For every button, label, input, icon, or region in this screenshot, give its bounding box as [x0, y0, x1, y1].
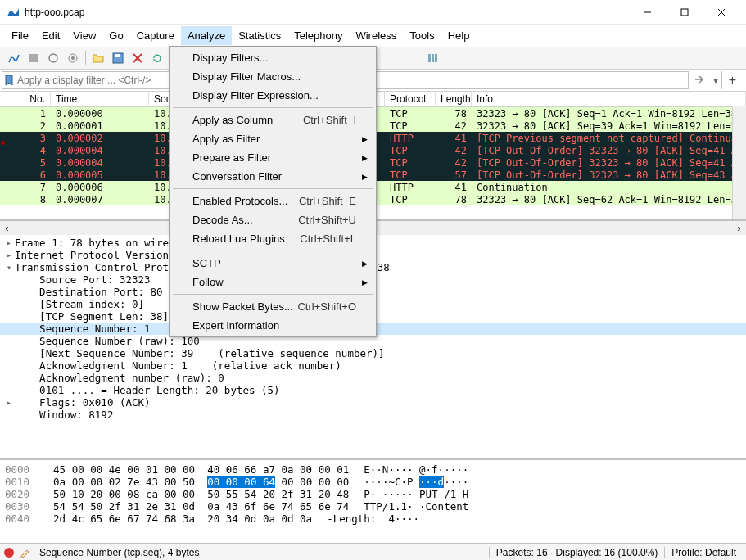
status-field: Sequence Number (tcp.seq), 4 bytes: [31, 547, 489, 558]
menu-item-prepare-as-filter[interactable]: Prepare as Filter▶: [171, 148, 374, 167]
filter-dropdown-button[interactable]: ▾: [710, 73, 721, 88]
menu-telephony[interactable]: Telephony: [287, 26, 349, 45]
menu-item-display-filter-macros[interactable]: Display Filter Macros...: [171, 67, 374, 86]
detail-row[interactable]: Acknowledgment Number: 1 (relative ack n…: [0, 359, 746, 372]
menu-analyze[interactable]: Analyze: [181, 26, 232, 45]
minimize-button[interactable]: [629, 1, 666, 24]
maximize-button[interactable]: [666, 1, 703, 24]
menu-item-conversation-filter[interactable]: Conversation Filter▶: [171, 167, 374, 186]
svg-rect-1: [681, 9, 688, 16]
menu-edit[interactable]: Edit: [35, 26, 66, 45]
detail-row[interactable]: Acknowledgment number (raw): 0: [0, 372, 746, 384]
expert-info-icon[interactable]: [3, 547, 15, 558]
svg-point-17: [4, 548, 14, 558]
menu-item-apply-as-filter[interactable]: Apply as Filter▶: [171, 129, 374, 148]
menu-item-sctp[interactable]: SCTP▶: [171, 254, 374, 273]
hex-row[interactable]: 0030 54 54 50 2f 31 2e 31 0d 0a 43 6f 6e…: [5, 500, 741, 513]
close-file-button[interactable]: [129, 49, 147, 67]
hex-row[interactable]: 0020 50 10 20 00 08 ca 00 00 50 55 54 20…: [5, 488, 741, 500]
col-header-info[interactable]: Info: [472, 92, 746, 106]
col-header-no[interactable]: No.: [0, 92, 51, 106]
capture-options-button[interactable]: [64, 49, 82, 67]
menu-item-display-filters[interactable]: Display Filters...: [171, 48, 374, 67]
reload-button[interactable]: [148, 49, 166, 67]
detail-row[interactable]: ▸ Flags: 0x010 (ACK): [0, 396, 746, 409]
svg-rect-15: [432, 54, 434, 62]
svg-point-5: [49, 54, 57, 62]
filter-apply-button[interactable]: [689, 72, 710, 89]
svg-rect-4: [29, 54, 38, 62]
start-capture-button[interactable]: [5, 49, 23, 67]
menu-view[interactable]: View: [66, 26, 102, 45]
svg-rect-9: [115, 54, 120, 57]
menu-item-enabled-protocols[interactable]: Enabled Protocols...Ctrl+Shift+E: [171, 192, 374, 210]
hex-row[interactable]: 0000 45 00 00 4e 00 01 00 00 40 06 66 a7…: [5, 463, 741, 476]
menu-go[interactable]: Go: [102, 26, 129, 45]
menu-help[interactable]: Help: [441, 26, 477, 45]
menu-item-follow[interactable]: Follow▶: [171, 273, 374, 291]
menu-wireless[interactable]: Wireless: [349, 26, 403, 45]
svg-rect-16: [435, 54, 437, 62]
scroll-left-button[interactable]: ‹: [0, 221, 14, 235]
menu-item-reload-lua-plugins[interactable]: Reload Lua PluginsCtrl+Shift+L: [171, 229, 374, 248]
menubar: File Edit View Go Capture Analyze Statis…: [0, 25, 746, 47]
analyze-menu-dropdown: Display Filters...Display Filter Macros.…: [169, 46, 377, 337]
menu-item-apply-as-column[interactable]: Apply as ColumnCtrl+Shift+I: [171, 111, 374, 129]
filter-add-button[interactable]: +: [721, 71, 743, 89]
window-title: http-ooo.pcap: [25, 7, 629, 18]
statusbar: Sequence Number (tcp.seq), 4 bytes Packe…: [0, 543, 746, 560]
status-packets: Packets: 16 · Displayed: 16 (100.0%): [489, 547, 664, 558]
menu-capture[interactable]: Capture: [130, 26, 181, 45]
menu-statistics[interactable]: Statistics: [232, 26, 287, 45]
detail-row[interactable]: [Next Sequence Number: 39 (relative sequ…: [0, 347, 746, 359]
scroll-right-button[interactable]: ›: [732, 221, 746, 235]
stop-capture-button[interactable]: [25, 49, 43, 67]
menu-item-expert-information[interactable]: Expert Information: [171, 316, 374, 335]
svg-point-7: [71, 56, 75, 60]
bookmark-icon[interactable]: [3, 75, 15, 86]
status-profile[interactable]: Profile: Default: [664, 547, 743, 558]
open-file-button[interactable]: [89, 49, 107, 67]
detail-row[interactable]: 0101 .... = Header Length: 20 bytes (5): [0, 384, 746, 396]
col-header-protocol[interactable]: Protocol: [385, 92, 436, 106]
menu-tools[interactable]: Tools: [403, 26, 441, 45]
titlebar: http-ooo.pcap: [0, 0, 746, 25]
detail-row[interactable]: Window: 8192: [0, 409, 746, 421]
hex-row[interactable]: 0040 2d 4c 65 6e 67 74 68 3a 20 34 0d 0a…: [5, 513, 741, 525]
save-file-button[interactable]: [109, 49, 127, 67]
menu-file[interactable]: File: [5, 26, 35, 45]
col-header-time[interactable]: Time: [51, 92, 149, 106]
restart-capture-button[interactable]: [44, 49, 62, 67]
resize-columns-button[interactable]: [424, 49, 442, 67]
menu-item-display-filter-expression[interactable]: Display Filter Expression...: [171, 86, 374, 105]
wireshark-icon: [7, 6, 20, 19]
hex-row[interactable]: 0010 0a 00 00 02 7e 43 00 50 00 00 00 64…: [5, 476, 741, 488]
close-button[interactable]: [703, 1, 739, 24]
svg-rect-14: [428, 54, 431, 62]
packet-list-vscrollbar[interactable]: [732, 106, 746, 219]
col-header-length[interactable]: Length: [436, 92, 472, 106]
edit-capture-comment-icon[interactable]: [20, 547, 31, 558]
menu-item-show-packet-bytes[interactable]: Show Packet Bytes...Ctrl+Shift+O: [171, 297, 374, 316]
packet-bytes-pane[interactable]: 0000 45 00 00 4e 00 01 00 00 40 06 66 a7…: [0, 460, 746, 543]
menu-item-decode-as[interactable]: Decode As...Ctrl+Shift+U: [171, 210, 374, 229]
